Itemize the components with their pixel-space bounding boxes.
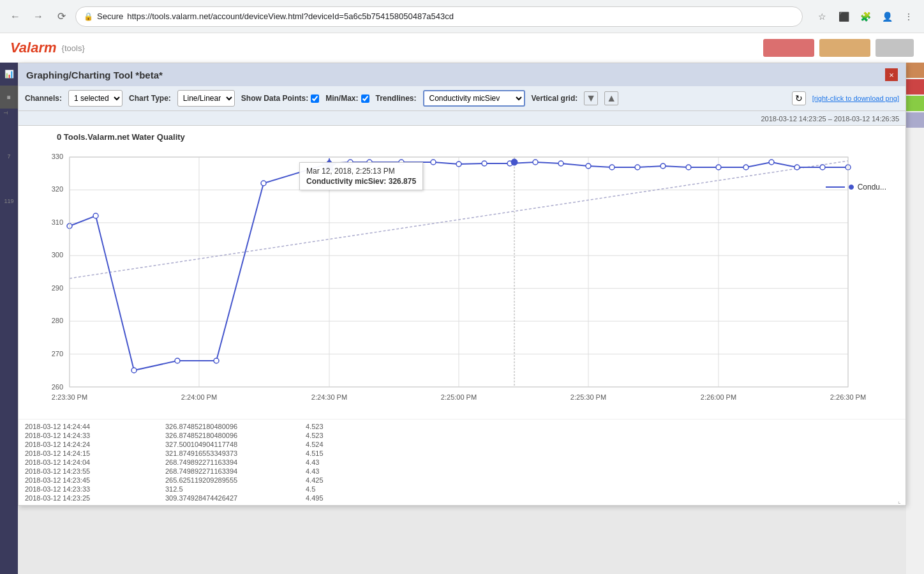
address-bar[interactable]: 🔒 Secure https://tools.valarm.net/accoun… <box>75 6 803 27</box>
browser-icon-group: ☆ ⬛ 🧩 👤 ⋮ <box>813 8 918 26</box>
table-row: 2018-03-12 14:23:25 309.374928474426427 … <box>25 494 899 502</box>
vertical-grid-label: Vertical grid: <box>532 94 578 103</box>
url-full: https://tools.valarm.net/account/deviceV… <box>127 11 454 21</box>
bookmark-icon[interactable]: ☆ <box>813 8 831 26</box>
svg-text:2:26:30 PM: 2:26:30 PM <box>830 393 866 401</box>
svg-point-40 <box>399 160 404 165</box>
svg-point-32 <box>93 213 98 218</box>
table-row: 2018-03-12 14:24:04 268.749892271163394 … <box>25 458 899 467</box>
svg-text:300: 300 <box>52 251 63 259</box>
sidebar-chart-icon: 📊 <box>0 63 18 86</box>
svg-point-33 <box>131 368 137 373</box>
svg-text:320: 320 <box>52 185 63 193</box>
svg-point-39 <box>367 160 372 165</box>
trendlines-label: Trendlines: <box>376 94 417 103</box>
svg-text:2:24:00 PM: 2:24:00 PM <box>181 393 217 401</box>
svg-point-47 <box>586 163 591 169</box>
svg-point-53 <box>743 165 749 170</box>
cast-icon[interactable]: ⬛ <box>835 8 853 26</box>
sidebar-number: 7 <box>0 153 18 160</box>
toolbar: Channels: 1 selected Chart Type: Line/Li… <box>19 86 905 111</box>
svg-point-36 <box>261 181 266 186</box>
refresh-button[interactable]: ↻ <box>792 91 806 105</box>
data-table: 2018-03-12 14:24:44 326.874852180480096 … <box>19 419 905 505</box>
min-max-group: Min/Max: <box>325 94 369 103</box>
channels-select[interactable]: 1 selected <box>68 90 123 107</box>
right-sidebar <box>906 63 924 574</box>
chart-svg-wrapper: Mar 12, 2018, 2:25:13 PM Conductivity mi… <box>25 144 899 412</box>
svg-text:260: 260 <box>52 383 63 391</box>
svg-text:330: 330 <box>52 153 63 160</box>
vertical-grid-down[interactable]: ▼ <box>584 91 598 105</box>
svg-point-59 <box>511 159 518 165</box>
extension-icon[interactable]: 🧩 <box>856 8 874 26</box>
lock-icon: 🔒 <box>84 12 93 21</box>
tools-label: {tools} <box>62 43 85 53</box>
dialog-close-button[interactable]: × <box>885 68 898 81</box>
svg-point-51 <box>686 165 691 170</box>
show-data-points-group: Show Data Points: <box>241 94 319 103</box>
table-row: 2018-03-12 14:24:44 326.874852180480096 … <box>25 422 899 431</box>
svg-point-38 <box>348 160 353 165</box>
download-link[interactable]: [right-click to download png] <box>812 94 899 102</box>
svg-point-43 <box>482 161 487 166</box>
left-sidebar: 📊 ≡ T 7 119 <box>0 63 18 574</box>
chart-area: 0 Tools.Valarm.net Water Quality Mar 12,… <box>19 126 905 419</box>
chart-legend: Condu... <box>826 183 886 192</box>
reload-button[interactable]: ⟳ <box>52 8 70 26</box>
svg-text:290: 290 <box>52 284 63 292</box>
table-row: 2018-03-12 14:24:33 326.874852180480096 … <box>25 431 899 440</box>
svg-text:2:23:30 PM: 2:23:30 PM <box>52 393 87 401</box>
table-row: 2018-03-12 14:24:24 327.500104904117748 … <box>25 440 899 449</box>
back-button[interactable]: ← <box>6 8 24 26</box>
svg-text:2:25:00 PM: 2:25:00 PM <box>441 393 477 401</box>
svg-point-42 <box>456 162 461 167</box>
chart-svg: .grid-line { stroke: #ddd; stroke-width:… <box>25 144 880 412</box>
valarm-logo: Valarm <box>10 40 57 56</box>
date-range-bar: 2018-03-12 14:23:25 – 2018-03-12 14:26:3… <box>19 111 905 126</box>
svg-point-48 <box>609 165 615 170</box>
show-data-points-label: Show Data Points: <box>241 94 308 103</box>
svg-text:310: 310 <box>52 218 63 226</box>
vertical-grid-up[interactable]: ▲ <box>604 91 618 105</box>
menu-icon[interactable]: ⋮ <box>900 8 918 26</box>
table-row: 2018-03-12 14:23:55 268.749892271163394 … <box>25 467 899 476</box>
min-max-checkbox[interactable] <box>361 94 369 103</box>
valarm-header: Valarm {tools} <box>0 33 924 63</box>
svg-text:270: 270 <box>52 350 63 358</box>
profile-icon[interactable]: 👤 <box>878 8 896 26</box>
table-row: 2018-03-12 14:23:45 265.625119209289555 … <box>25 476 899 485</box>
url-text: Secure <box>97 11 123 21</box>
dialog-header: Graphing/Charting Tool *beta* × <box>19 63 905 86</box>
legend-label: Condu... <box>858 183 886 192</box>
svg-point-56 <box>820 165 825 170</box>
legend-line <box>826 186 845 188</box>
graphing-dialog: Graphing/Charting Tool *beta* × Channels… <box>18 63 906 506</box>
chart-title: 0 Tools.Valarm.net Water Quality <box>57 132 899 142</box>
min-max-label: Min/Max: <box>325 94 358 103</box>
legend-dot <box>849 185 854 190</box>
svg-text:280: 280 <box>52 317 63 324</box>
page-background: Valarm {tools} 📊 ≡ T 7 119 Graphing/Char… <box>0 33 924 574</box>
svg-point-54 <box>769 160 774 165</box>
resize-handle[interactable]: ⌞ <box>898 497 904 504</box>
svg-point-41 <box>431 160 436 165</box>
svg-point-45 <box>533 160 538 165</box>
browser-chrome: ← → ⟳ 🔒 Secure https://tools.valarm.net/… <box>0 0 924 33</box>
chart-type-label: Chart Type: <box>129 94 171 103</box>
table-row: 2018-03-12 14:23:33 312.5 4.5 <box>25 485 899 494</box>
svg-point-35 <box>214 358 219 363</box>
dialog-title: Graphing/Charting Tool *beta* <box>26 70 163 80</box>
trendlines-select[interactable]: Conductivity micSiev <box>423 90 525 107</box>
sidebar-label: T <box>0 109 9 115</box>
show-data-points-checkbox[interactable] <box>311 94 319 103</box>
forward-button[interactable]: → <box>29 8 47 26</box>
svg-point-46 <box>558 161 563 166</box>
svg-text:2:24:30 PM: 2:24:30 PM <box>311 393 347 401</box>
chart-type-select[interactable]: Line/Linear <box>177 90 235 107</box>
channels-label: Channels: <box>25 94 62 103</box>
date-range-text: 2018-03-12 14:23:25 – 2018-03-12 14:26:3… <box>761 115 899 123</box>
svg-point-50 <box>660 163 666 169</box>
svg-text:2:26:00 PM: 2:26:00 PM <box>701 393 736 401</box>
svg-point-55 <box>794 165 800 170</box>
